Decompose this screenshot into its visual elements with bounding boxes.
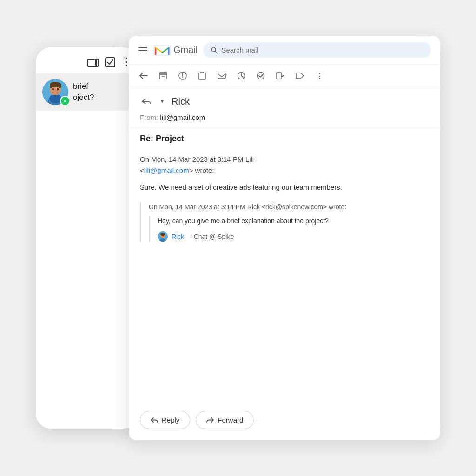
- svg-rect-29: [218, 73, 225, 79]
- quote-intro-text: On Mon, 14 Mar 2023 at 3:14 PM Rick <ric…: [149, 202, 429, 212]
- camera-icon[interactable]: [86, 56, 99, 69]
- svg-rect-8: [59, 85, 61, 88]
- chat-preview: brief oject?: [73, 79, 132, 103]
- quoted-message: On Mon, 14 Mar 2023 at 3:14 PM Rick <ric…: [140, 202, 429, 242]
- quote-body-text: Hey, can you give me a brief explanation…: [158, 216, 429, 226]
- reply-icon-small[interactable]: [140, 95, 153, 108]
- email-main-text: Sure. We need a set of creative ads feat…: [140, 182, 429, 193]
- dropdown-arrow-icon[interactable]: ▾: [158, 97, 167, 106]
- email-body: On Mon, 14 Mar 2023 at 3:14 PM Lili <lil…: [129, 146, 440, 403]
- svg-point-23: [182, 77, 183, 78]
- forward-btn-icon: [206, 417, 214, 423]
- status-online-icon: [60, 96, 70, 106]
- label-icon[interactable]: [292, 68, 307, 83]
- reply-button[interactable]: Reply: [140, 411, 190, 429]
- svg-rect-24: [199, 73, 205, 79]
- email-action-buttons: Reply Forward: [129, 403, 440, 440]
- more-options-icon[interactable]: ⋮: [312, 68, 327, 83]
- from-email-address: lili@gmail.com: [160, 113, 205, 121]
- snooze-icon[interactable]: [234, 68, 249, 83]
- email-recipient: Rick: [172, 96, 190, 107]
- reply-btn-label: Reply: [162, 416, 179, 424]
- inner-quote: Hey, can you give me a brief explanation…: [149, 216, 429, 242]
- quote-sender-suffix: - Chat @ Spike: [188, 233, 234, 240]
- gmail-panel: Gmail: [129, 36, 440, 440]
- chat-line-2: oject?: [73, 92, 132, 103]
- gmail-toolbar: ⋮: [129, 65, 440, 87]
- archive-icon[interactable]: [156, 68, 171, 83]
- move-to-icon[interactable]: [273, 68, 288, 83]
- svg-rect-34: [277, 73, 281, 79]
- svg-marker-1: [95, 58, 97, 66]
- email-to-header: ▾ Rick: [129, 87, 440, 112]
- checkbox-icon[interactable]: [105, 57, 115, 67]
- svg-line-32: [241, 76, 243, 77]
- hamburger-menu-icon[interactable]: [138, 47, 147, 53]
- chat-line-1: brief: [73, 81, 132, 92]
- avatar-wrapper: [42, 79, 68, 105]
- svg-point-10: [57, 88, 59, 91]
- svg-line-17: [215, 51, 217, 53]
- email-intro-line: On Mon, 14 Mar 2023 at 3:14 PM Lili <lil…: [140, 154, 429, 176]
- intro-text: On Mon, 14 Mar 2023 at 3:14 PM Lili: [140, 155, 254, 163]
- quote-sender-line: Rick - Chat @ Spike: [158, 231, 429, 242]
- svg-point-14: [65, 100, 66, 101]
- add-task-icon[interactable]: [253, 68, 268, 83]
- svg-point-11: [52, 91, 59, 95]
- email-from-line: From: lili@gmail.com: [129, 112, 440, 127]
- svg-point-9: [52, 88, 54, 91]
- reply-btn-icon: [151, 417, 158, 423]
- sender-email-link[interactable]: lili@gmail.com: [144, 166, 189, 174]
- spam-icon[interactable]: [175, 68, 190, 83]
- forward-btn-label: Forward: [218, 416, 243, 424]
- forward-button[interactable]: Forward: [196, 411, 254, 429]
- svg-rect-19: [159, 73, 167, 74]
- svg-rect-7: [50, 85, 52, 88]
- search-icon: [211, 46, 218, 54]
- mobile-top-bar: ⋮: [36, 47, 138, 73]
- quote-sender-avatar: [158, 231, 168, 242]
- mark-unread-icon[interactable]: [214, 68, 229, 83]
- back-icon[interactable]: [136, 68, 151, 83]
- gmail-logo: Gmail: [153, 43, 198, 57]
- gmail-text: Gmail: [173, 45, 198, 55]
- svg-point-38: [160, 233, 165, 236]
- quote-sender-name: Rick: [172, 233, 184, 240]
- email-subject: Re: Project: [129, 127, 440, 146]
- gmail-search-bar[interactable]: [203, 42, 431, 58]
- svg-point-33: [258, 73, 264, 79]
- gmail-header: Gmail: [129, 36, 440, 65]
- chat-item[interactable]: brief oject?: [36, 73, 138, 111]
- search-input[interactable]: [221, 46, 423, 54]
- mobile-panel: ⋮: [36, 47, 138, 429]
- delete-icon[interactable]: [195, 68, 210, 83]
- from-label: From:: [140, 113, 158, 121]
